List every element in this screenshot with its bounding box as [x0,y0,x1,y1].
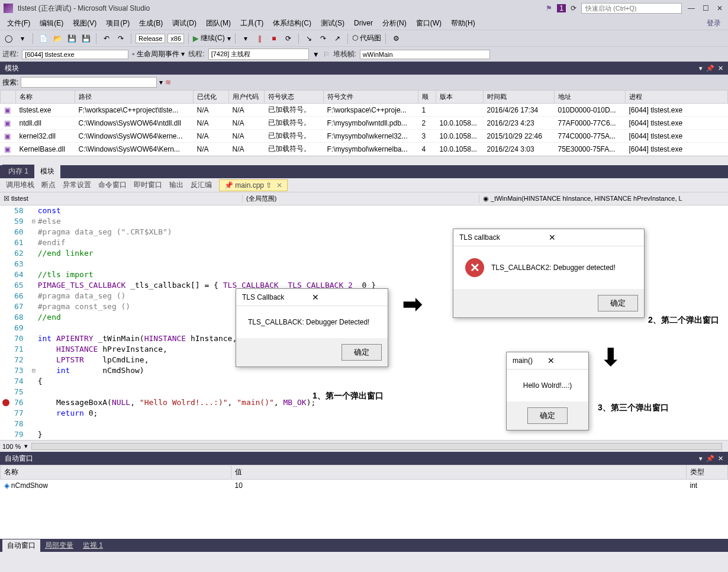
menu-driver[interactable]: Driver [349,19,378,27]
menu-window[interactable]: 窗口(W) [411,18,446,28]
continue-button[interactable]: ▶ 继续(C) ▾ [193,33,231,43]
tab-callstack[interactable]: 调用堆栈 [6,180,34,190]
tab-close-icon[interactable]: ✕ [276,181,282,189]
dlg1-close-icon[interactable]: ✕ [312,293,382,302]
back-icon[interactable]: ◯ [2,33,14,44]
dlg3-ok-button[interactable]: 确定 [527,407,568,424]
col-name[interactable]: 名称 [16,91,75,104]
panel-close-icon[interactable]: ✕ [718,65,723,72]
save-all-icon[interactable]: 💾 [80,33,92,44]
scope-combo[interactable]: (全局范围) [246,194,276,203]
menu-build[interactable]: 生成(B) [134,18,167,28]
menu-view[interactable]: 视图(V) [68,18,101,28]
col-proc[interactable]: 进程 [626,91,728,104]
forward-icon[interactable]: ▾ [17,33,28,44]
table-row[interactable]: ▣kernel32.dllC:\Windows\SysWOW64\kerne..… [1,130,728,143]
menu-test[interactable]: 测试(S) [316,18,349,28]
tab-memory[interactable]: 内存 1 [2,165,34,178]
modules-scrollbar[interactable] [0,156,728,165]
menu-analyze[interactable]: 分析(N) [378,18,411,28]
col-ts[interactable]: 时间戳 [484,91,555,104]
menu-arch[interactable]: 体系结构(C) [268,18,316,28]
tab-modules[interactable]: 模块 [34,165,60,178]
thread-combo[interactable]: [7428] 主线程 [208,49,309,60]
col-symfile[interactable]: 符号文件 [324,91,418,104]
feedback-icon[interactable]: ⟳ [571,4,576,12]
new-file-icon[interactable]: 📄 [37,33,49,44]
panel-menu-icon[interactable]: ▾ [699,65,703,72]
horizontal-scrollbar[interactable] [31,443,722,450]
quick-launch-input[interactable] [581,3,682,14]
platform-dropdown[interactable]: x86 [167,34,184,43]
menu-team[interactable]: 团队(M) [201,18,236,28]
tab-immediate[interactable]: 即时窗口 [134,180,162,190]
undo-icon[interactable]: ↶ [101,33,112,44]
filter-icon[interactable]: ▼ [313,50,320,59]
restart-icon[interactable]: ⟳ [282,33,294,44]
dlg1-ok-button[interactable]: 确定 [342,344,382,361]
table-row[interactable]: ▣ntdll.dllC:\Windows\SysWOW64\ntdll.dllN… [1,117,728,130]
tab-active-file[interactable]: 📌 main.cpp ⇧ ✕ [219,179,288,191]
step-out-icon[interactable]: ↗ [331,33,343,44]
autos-col-name[interactable]: 名称 [1,465,231,480]
autos-pin-icon[interactable]: 📌 [706,455,714,462]
open-icon[interactable]: 📂 [51,33,63,44]
minimize-button[interactable]: — [687,4,696,13]
col-ord[interactable]: 顺 [418,91,436,104]
zoom-dropdown-icon[interactable]: ▾ [24,442,28,450]
pin-small-icon[interactable]: ⇧ [266,181,272,189]
col-path[interactable]: 路径 [75,91,194,104]
stop-icon[interactable]: ■ [268,33,280,44]
col-opt[interactable]: 已优化 [194,91,229,104]
tab-output[interactable]: 输出 [169,180,183,190]
search-dropdown-icon[interactable]: ▾ [159,78,163,86]
login-link[interactable]: 登录 [702,18,726,28]
menu-help[interactable]: 帮助(H) [446,18,480,28]
process-combo[interactable]: [6044] tlstest.exe [22,50,128,59]
flag-filter-icon[interactable]: ⚐ [323,50,330,59]
step-into-icon[interactable]: ↘ [303,33,315,44]
tab-exceptions[interactable]: 异常设置 [63,180,91,190]
col-user[interactable]: 用户代码 [229,91,265,104]
dlg3-close-icon[interactable]: ✕ [547,356,582,365]
pause-icon[interactable]: ‖ [254,33,266,44]
dlg2-close-icon[interactable]: ✕ [549,233,638,242]
col-addr[interactable]: 地址 [555,91,626,104]
menu-tools[interactable]: 工具(T) [236,18,268,28]
menu-debug[interactable]: 调试(D) [167,18,201,28]
autos-col-value[interactable]: 值 [231,465,687,480]
autos-row[interactable]: ◈ nCmdShow 10 int [1,480,728,492]
col-ver[interactable]: 版本 [436,91,484,104]
menu-file[interactable]: 文件(F) [2,18,35,28]
stackframe-combo[interactable]: wWinMain [360,50,490,59]
zoom-combo[interactable]: 100 % [2,443,21,450]
lifecycle-events[interactable]: ▫ 生命周期事件 ▾ [132,49,185,59]
tool-icon[interactable]: ⚙ [390,33,402,44]
dlg2-ok-button[interactable]: 确定 [598,295,638,311]
autos-col-type[interactable]: 类型 [687,465,728,480]
col-sym[interactable]: 符号状态 [265,91,324,104]
tab-command[interactable]: 命令窗口 [98,180,127,190]
autos-menu-icon[interactable]: ▾ [699,455,703,462]
tab-disassembly[interactable]: 反汇编 [191,180,212,190]
tab-locals[interactable]: 局部变量 [40,539,78,552]
table-row[interactable]: ▣tlstest.exeF:\workspace\C++project\tlst… [1,104,728,117]
tab-autos[interactable]: 自动窗口 [2,539,40,552]
save-icon[interactable]: 💾 [66,33,78,44]
menu-project[interactable]: 项目(P) [101,18,134,28]
autos-close-icon[interactable]: ✕ [718,455,723,462]
debug-btn-icon[interactable]: ▾ [240,33,252,44]
maximize-button[interactable]: ☐ [701,4,710,13]
tab-breakpoints[interactable]: 断点 [41,180,56,190]
close-button[interactable]: ✕ [715,4,724,13]
step-over-icon[interactable]: ↷ [317,33,329,44]
codemap-button[interactable]: ⬡ 代码图 [352,33,381,43]
modules-search-input[interactable] [21,77,157,88]
tab-watch[interactable]: 监视 1 [78,539,108,552]
menu-edit[interactable]: 编辑(E) [35,18,68,28]
search-clear-icon[interactable]: ≋ [165,78,171,86]
table-row[interactable]: ▣KernelBase.dllC:\Windows\SysWOW64\Kern.… [1,143,728,156]
project-combo[interactable]: ☒ tlstest [4,195,28,203]
redo-icon[interactable]: ↷ [115,33,127,44]
flag-icon[interactable] [546,4,552,12]
